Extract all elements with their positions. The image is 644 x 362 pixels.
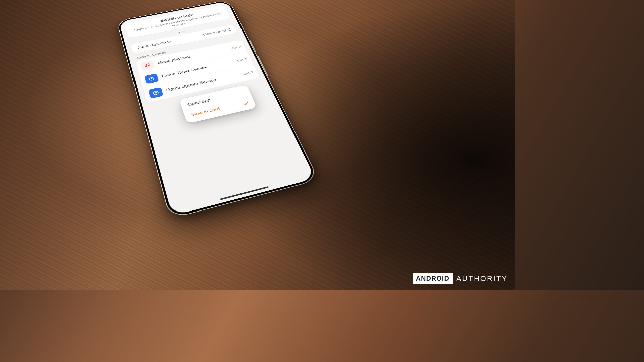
watermark-brand: ANDROID — [413, 273, 453, 284]
check-icon — [243, 101, 248, 105]
watermark: ANDROID AUTHORITY — [413, 273, 508, 284]
phone-stage: Switch or hide Swipe left or right in a … — [185, 0, 330, 290]
watermark-brand-light: AUTHORITY — [456, 274, 508, 283]
